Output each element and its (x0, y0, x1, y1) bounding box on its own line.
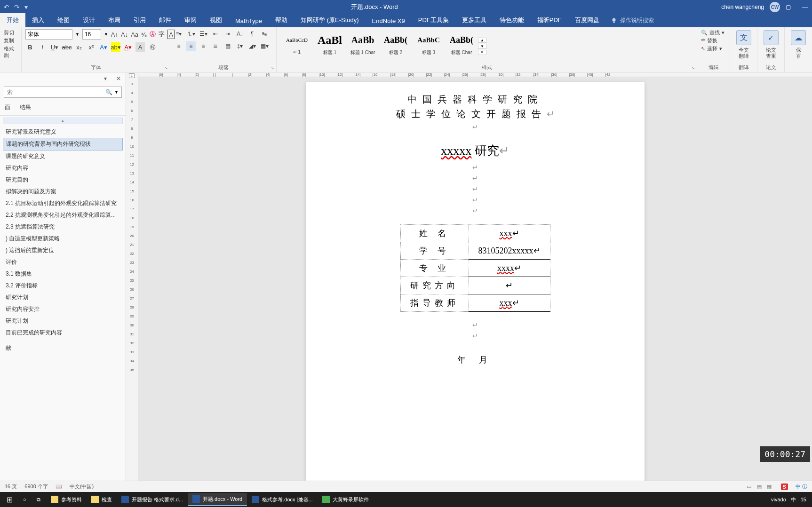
taskbar-item[interactable]: 参考资料 (46, 493, 87, 506)
paper-check-icon[interactable]: ✓ (764, 30, 779, 45)
sort-icon[interactable]: A↓ (235, 29, 245, 39)
print-layout-icon[interactable]: ▤ (757, 483, 762, 489)
nav-outline-item[interactable]: 研究内容 (3, 162, 123, 174)
styles-gallery[interactable]: AaBbCcD↵ 1 AaBl标题 1 AaBb标题 1 Char AaBb(标… (280, 29, 693, 63)
nav-outline-item[interactable]: 拟解决的问题及方案 (3, 186, 123, 198)
multilevel-icon[interactable]: ☰▾ (199, 29, 208, 39)
decrease-indent-icon[interactable]: ⇤ (211, 29, 220, 39)
tab-draw[interactable]: 绘图 (51, 13, 76, 27)
font-size-input[interactable] (82, 29, 101, 40)
nav-outline-item[interactable]: 2.1 抗目标运动引起的外观变化跟踪算法研究 (3, 198, 123, 209)
start-button[interactable]: ⊞ (2, 493, 17, 506)
justify-icon[interactable]: ≣ (211, 41, 220, 51)
ime-badge[interactable]: S (781, 483, 788, 490)
tell-me[interactable]: 操作说明搜索 (606, 14, 659, 27)
replace-button[interactable]: ᵃᵇ替换 (701, 37, 726, 44)
enclose-char-icon[interactable]: ㊕ (148, 42, 157, 52)
qat-more-icon[interactable]: ▾ (24, 3, 28, 11)
nav-search-input[interactable] (7, 89, 105, 95)
ime-lang[interactable]: 中 ⓘ (796, 483, 807, 490)
taskbar-item[interactable]: 大黄蜂录屏软件 (318, 493, 374, 506)
horizontal-ruler[interactable]: |6||4||2|| |||2||4||6||8||10||12||14||16… (138, 72, 812, 77)
align-left-icon[interactable]: ≡ (174, 41, 183, 51)
task-view-button[interactable]: ⧉ (32, 493, 45, 506)
nav-outline-item[interactable]: 研究目的 (3, 174, 123, 186)
tab-help[interactable]: 帮助 (269, 13, 294, 27)
tab-references[interactable]: 引用 (127, 13, 152, 27)
copy-button[interactable]: 复制 (4, 37, 17, 44)
font-size-drop-icon[interactable]: ▼ (104, 32, 108, 37)
nav-tab-results[interactable]: 结果 (20, 103, 31, 111)
cloud-icon[interactable]: ☁ (791, 30, 806, 45)
nav-outline-item[interactable]: 评价 (3, 256, 123, 268)
align-center-icon[interactable]: ≡ (186, 41, 196, 51)
translate-icon[interactable]: 文 (736, 30, 751, 45)
dialog-launcher-icon[interactable]: ↘ (691, 65, 695, 70)
nav-outline-item[interactable] (3, 339, 123, 342)
tab-moretools[interactable]: 更多工具 (455, 13, 493, 27)
nav-outline-item[interactable]: 2.2 抗观测视角变化引起的外观变化跟踪算... (3, 209, 123, 221)
find-button[interactable]: 🔍查找 ▾ (701, 29, 726, 36)
tab-estudy[interactable]: 知网研学 (原E-Study) (294, 13, 366, 27)
tab-features[interactable]: 特色功能 (493, 13, 531, 27)
font-name-drop-icon[interactable]: ▼ (75, 32, 80, 37)
nav-outline-item[interactable]: 目前已完成的研究内容 (3, 327, 123, 339)
system-tray[interactable]: vivado 中 15 (771, 496, 810, 503)
nav-outline-item[interactable]: 研究计划 (3, 292, 123, 303)
distribute-icon[interactable]: ▤ (223, 41, 232, 51)
nav-options-icon[interactable]: ▾ (104, 75, 107, 82)
ribbon-display-icon[interactable]: ▢ (786, 4, 791, 10)
nav-outline-item[interactable]: ) 自适应模型更新策略 (3, 233, 123, 245)
vertical-ruler[interactable]: L 34567891011121314151617181920212223242… (126, 72, 138, 481)
tray-app[interactable]: vivado (771, 497, 786, 502)
nav-outline[interactable]: ▴ 研究背景及研究意义课题的研究背景与国内外研究现状课题的研究意义研究内容研究目… (0, 116, 126, 481)
enclose-icon[interactable]: 字 (159, 30, 165, 39)
ltr-icon[interactable]: ↹ (260, 29, 269, 39)
cut-button[interactable]: 剪切 (4, 29, 17, 36)
line-spacing-icon[interactable]: ‡▾ (235, 41, 245, 51)
taskbar-item[interactable]: 开题报告 格式要求.d... (117, 493, 188, 506)
search-icon[interactable]: 🔍 (105, 89, 112, 95)
clear-format-icon[interactable]: Ⓐ (150, 30, 156, 39)
nav-tab-headings[interactable]: 面 (5, 103, 10, 111)
page[interactable]: 中国兵器科学研究院 硕士学位论文开题报告↵ ↵ xxxxx 研究↵ ↵ ↵ ↵ … (306, 82, 645, 481)
tab-layout[interactable]: 布局 (102, 13, 127, 27)
tab-endnote[interactable]: EndNote X9 (366, 15, 412, 27)
nav-outline-item[interactable]: 3.2 评价指标 (3, 280, 123, 292)
increase-indent-icon[interactable]: ⇥ (223, 29, 232, 39)
tab-review[interactable]: 审阅 (178, 13, 203, 27)
gallery-up-icon[interactable]: ▲ (478, 38, 486, 43)
user-name[interactable]: chen wangcheng (721, 4, 764, 10)
nav-outline-item[interactable]: 研究计划 (3, 315, 123, 327)
tray-ime[interactable]: 中 (791, 496, 796, 503)
format-painter-button[interactable]: 格式刷 (4, 45, 17, 59)
tab-selector[interactable]: L (129, 73, 135, 78)
dialog-launcher-icon[interactable]: ↘ (164, 65, 168, 70)
language[interactable]: 中文(中国) (70, 483, 94, 490)
tray-clock[interactable]: 15 (801, 497, 806, 502)
strike-icon[interactable]: abc (62, 42, 72, 52)
font-name-input[interactable] (25, 29, 72, 40)
phonetic-icon[interactable]: ᵃ⁄ₐ (141, 30, 147, 39)
undo-icon[interactable]: ↶ (4, 3, 9, 11)
tab-insert[interactable]: 插入 (25, 13, 51, 27)
nav-outline-item[interactable]: 课题的研究背景与国内外研究现状 (3, 138, 123, 151)
word-count[interactable]: 6900 个字 (24, 483, 48, 490)
avatar[interactable]: CW (770, 2, 780, 12)
nav-outline-item[interactable]: 献 (3, 342, 123, 354)
spell-icon[interactable]: 📖 (56, 483, 62, 490)
tab-mathtype[interactable]: MathType (229, 15, 269, 27)
italic-icon[interactable]: I (38, 42, 47, 52)
underline-icon[interactable]: U▾ (50, 42, 59, 52)
select-button[interactable]: ↖选择 ▾ (701, 45, 726, 52)
change-case-icon[interactable]: Aa (131, 30, 138, 39)
gallery-down-icon[interactable]: ▼ (478, 44, 486, 49)
nav-outline-item[interactable]: 研究背景及研究意义 (3, 126, 123, 138)
borders-icon[interactable]: ▦▾ (260, 41, 269, 51)
redo-icon[interactable]: ↷ (14, 3, 20, 11)
text-effects-icon[interactable]: A▾ (99, 42, 108, 52)
shrink-font-icon[interactable]: A↓ (121, 30, 128, 39)
nav-outline-item[interactable]: 课题的研究意义 (3, 151, 123, 162)
collapse-bar[interactable]: ▴ (3, 118, 123, 124)
grow-font-icon[interactable]: A↑ (111, 30, 118, 39)
